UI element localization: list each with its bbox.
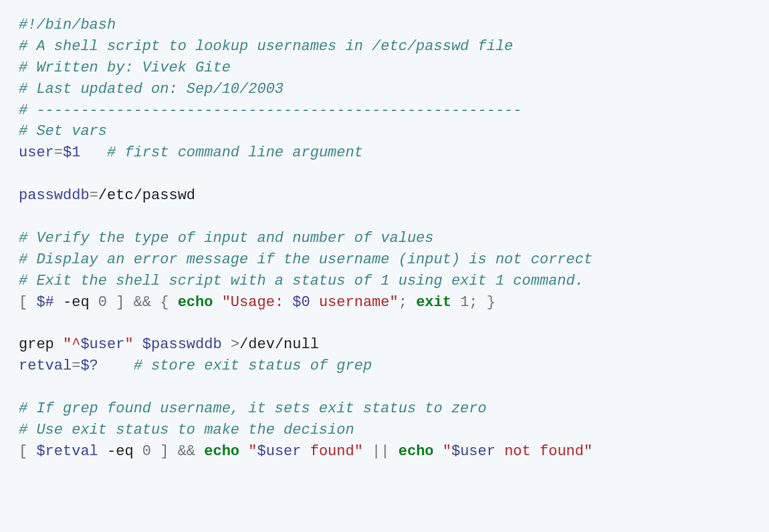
op-and: && — [124, 294, 160, 311]
var-arg0: $0 — [292, 294, 310, 311]
comment-shebang: #!/bin/bash — [19, 17, 116, 33]
comment-verify3: # Exit the shell script with a status of… — [19, 273, 584, 289]
var-user-exp: $user — [451, 443, 496, 460]
str-notfound: not found" — [496, 443, 592, 460]
str-q3: " — [443, 443, 451, 460]
op-semi: ; — [469, 294, 486, 311]
dev-null: /dev/null — [239, 336, 319, 353]
var-passwddb-exp: $passwddb — [142, 336, 222, 353]
var-user: user — [19, 144, 54, 161]
builtin-echo: echo — [204, 443, 239, 460]
arg1: $1 — [63, 144, 80, 161]
opt-eq: -eq — [63, 294, 90, 311]
str-usage1: "Usage: — [222, 294, 293, 311]
str-pat1: "^ — [63, 336, 80, 353]
bracket-open: [ — [19, 294, 36, 311]
op-and: && — [169, 443, 204, 460]
comment-store: # store exit status of grep — [134, 358, 372, 374]
argc: $# — [36, 294, 53, 311]
sp — [80, 144, 107, 161]
code-block: #!/bin/bash # A shell script to lookup u… — [0, 0, 769, 477]
comment-verify2: # Display an error message if the userna… — [19, 251, 592, 268]
comment-found1: # If grep found username, it sets exit s… — [19, 400, 487, 417]
op-eq: = — [72, 358, 80, 374]
brace-close: } — [487, 294, 496, 311]
comment-desc: # A shell script to lookup usernames in … — [19, 38, 513, 55]
comment-author: # Written by: Vivek Gite — [19, 59, 231, 76]
var-user-exp: $user — [257, 443, 301, 460]
opt-eq: -eq — [107, 443, 134, 460]
var-retval-exp: $retval — [36, 443, 98, 460]
cmd-grep: grep — [19, 336, 54, 353]
var-user-exp: $user — [80, 336, 124, 353]
path-passwd: /etc/passwd — [98, 187, 195, 204]
op-semi: ; — [399, 294, 416, 311]
comment-verify1: # Verify the type of input and number of… — [19, 230, 434, 247]
brace-open: { — [160, 294, 177, 311]
builtin-echo: echo — [178, 294, 213, 311]
builtin-exit: exit — [416, 294, 451, 311]
num-0: 0 — [142, 443, 151, 460]
num-0: 0 — [98, 294, 107, 311]
str-q1: " — [248, 443, 257, 460]
comment-arg: # first command line argument — [107, 144, 363, 161]
comment-date: # Last updated on: Sep/10/2003 — [19, 81, 284, 98]
bracket-open: [ — [19, 443, 36, 460]
var-retval: retval — [19, 358, 72, 374]
op-eq: = — [54, 144, 63, 161]
var-status: $? — [80, 358, 98, 374]
str-usage2: username" — [310, 294, 399, 311]
builtin-echo: echo — [399, 443, 434, 460]
bracket-close: ] — [151, 443, 169, 460]
var-passwddb: passwddb — [19, 187, 90, 204]
op-redir: > — [231, 336, 239, 353]
bracket-close: ] — [107, 294, 124, 311]
str-found: found" — [302, 443, 363, 460]
op-eq: = — [90, 187, 98, 204]
str-pat2: " — [124, 336, 133, 353]
comment-sep: # --------------------------------------… — [19, 102, 522, 119]
comment-setvars: # Set vars — [19, 123, 107, 140]
op-or: || — [363, 443, 399, 460]
num-1: 1 — [460, 294, 469, 311]
comment-found2: # Use exit status to make the decision — [19, 422, 354, 438]
